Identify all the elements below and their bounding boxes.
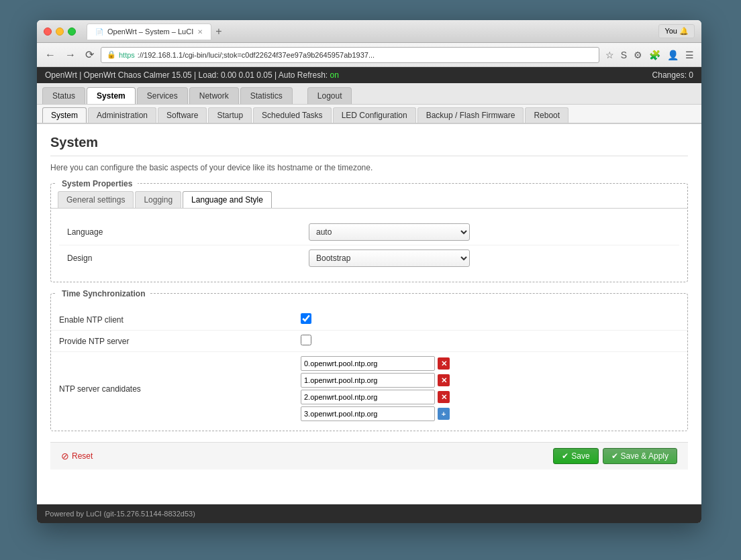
enable-ntp-row: Enable NTP client	[51, 309, 687, 331]
time-sync-legend: Time Synchronization	[56, 289, 150, 298]
language-label: Language	[67, 227, 309, 237]
panel-tab-logging[interactable]: Logging	[135, 191, 181, 208]
provide-ntp-label: Provide NTP server	[59, 337, 301, 346]
nav-tab-services[interactable]: Services	[137, 87, 188, 104]
ntp-row-2: ✕	[301, 390, 679, 404]
design-label: Design	[67, 254, 309, 263]
provide-ntp-row: Provide NTP server	[51, 331, 687, 352]
provide-ntp-control	[301, 335, 679, 347]
ntp-remove-0-button[interactable]: ✕	[438, 357, 450, 370]
reset-icon: ⊘	[61, 451, 69, 461]
nav-tab-statistics[interactable]: Statistics	[240, 87, 293, 104]
nav-tab-system[interactable]: System	[87, 87, 136, 104]
system-properties-body: Language auto English German French Span…	[51, 209, 687, 282]
ntp-candidates-control: ✕ ✕ ✕	[301, 356, 679, 421]
close-window-button[interactable]	[44, 27, 52, 36]
page-content: OpenWrt | OpenWrt Chaos Calmer 15.05 | L…	[37, 67, 701, 523]
https-label: https	[119, 51, 135, 59]
page-inner: System Here you can configure the basic …	[37, 124, 701, 480]
back-button[interactable]: ←	[42, 48, 58, 62]
toolbar-icons: ☆ S ⚙ 🧩 👤 ☰	[603, 48, 696, 62]
design-select[interactable]: Bootstrap OpenWrt Material	[309, 249, 470, 267]
address-bar[interactable]: 🔒 https ://192.168.1.1/cgi-bin/luci/;sto…	[101, 47, 599, 63]
design-row: Design Bootstrap OpenWrt Material	[59, 245, 679, 271]
maximize-window-button[interactable]	[68, 27, 76, 36]
menu-button[interactable]: ☰	[683, 48, 696, 62]
tab-close-button[interactable]: ✕	[197, 28, 203, 36]
language-select[interactable]: auto English German French Spanish	[309, 223, 470, 241]
browser-toolbar: ← → ⟳ 🔒 https ://192.168.1.1/cgi-bin/luc…	[37, 43, 701, 67]
sub-nav-system[interactable]: System	[42, 107, 87, 123]
tab-bar: 📄 OpenWrt – System – LuCI ✕ +	[87, 23, 654, 40]
sub-nav-reboot[interactable]: Reboot	[525, 107, 569, 123]
nav-tab-network[interactable]: Network	[189, 87, 239, 104]
main-nav: Status System Services Network Statistic…	[37, 83, 701, 105]
ntp-candidates-label: NTP server candidates	[59, 384, 301, 394]
enable-ntp-control	[301, 313, 679, 326]
new-tab-button[interactable]: +	[211, 25, 226, 38]
panel-tab-language-style[interactable]: Language and Style	[183, 191, 272, 208]
extension-button[interactable]: 🧩	[647, 48, 662, 62]
openwrt-header: OpenWrt | OpenWrt Chaos Calmer 15.05 | L…	[37, 67, 701, 83]
nav-tab-logout[interactable]: Logout	[307, 87, 352, 104]
language-control: auto English German French Spanish	[309, 223, 671, 241]
save-apply-button[interactable]: ✔ Save & Apply	[603, 448, 677, 464]
time-sync-panel: Time Synchronization Enable NTP client P…	[50, 293, 688, 431]
sub-nav-software[interactable]: Software	[158, 107, 207, 123]
refresh-button[interactable]: ⟳	[83, 47, 97, 62]
ntp-input-1[interactable]	[301, 373, 435, 388]
sub-nav-backup-flash[interactable]: Backup / Flash Firmware	[417, 107, 524, 123]
ntp-candidates-row: NTP server candidates ✕ ✕	[51, 352, 687, 425]
ntp-input-3[interactable]	[301, 406, 435, 421]
sub-nav-startup[interactable]: Startup	[208, 107, 252, 123]
sub-nav-administration[interactable]: Administration	[88, 107, 156, 123]
bookmark-button[interactable]: ☆	[603, 48, 616, 62]
forward-button[interactable]: →	[62, 48, 79, 62]
browser-titlebar: 📄 OpenWrt – System – LuCI ✕ + You 🔔	[37, 20, 701, 43]
reset-button[interactable]: ⊘ Reset	[61, 451, 93, 461]
page-title: System	[50, 135, 688, 156]
ntp-row-0: ✕	[301, 356, 679, 371]
settings-icon-button[interactable]: ⚙	[632, 48, 644, 62]
ntp-candidates-list: ✕ ✕ ✕	[301, 356, 679, 421]
user-menu-button[interactable]: You 🔔	[658, 24, 695, 38]
browser-tab-title: OpenWrt – System – LuCI	[107, 27, 193, 36]
auto-refresh-status: on	[330, 70, 339, 80]
changes-count: Changes: 0	[652, 70, 693, 80]
nav-tab-status[interactable]: Status	[42, 87, 85, 104]
ssl-lock-icon: 🔒	[107, 50, 116, 59]
provide-ntp-checkbox[interactable]	[301, 335, 311, 345]
save-button[interactable]: ✔ Save	[553, 448, 598, 464]
form-footer: ⊘ Reset ✔ Save ✔ Save & Apply	[50, 442, 688, 469]
content-area: System Administration Software Startup S…	[37, 105, 701, 504]
browser-tab[interactable]: 📄 OpenWrt – System – LuCI ✕	[87, 23, 211, 40]
account-button[interactable]: 👤	[665, 48, 681, 62]
enable-ntp-label: Enable NTP client	[59, 315, 301, 325]
s-button[interactable]: S	[619, 48, 629, 62]
language-row: Language auto English German French Span…	[59, 219, 679, 245]
sub-nav-scheduled-tasks[interactable]: Scheduled Tasks	[253, 107, 332, 123]
panel-tabs: General settings Logging Language and St…	[51, 191, 687, 209]
url-display: ://192.168.1.1/cgi-bin/luci/;stok=c0df22…	[138, 51, 375, 59]
sub-nav-led-config[interactable]: LED Configuration	[333, 107, 416, 123]
system-properties-panel: System Properties General settings Loggi…	[50, 183, 688, 282]
tab-page-icon: 📄	[95, 28, 103, 36]
ntp-input-2[interactable]	[301, 390, 435, 404]
sub-nav: System Administration Software Startup S…	[37, 105, 701, 124]
ntp-row-1: ✕	[301, 373, 679, 388]
time-sync-body: Enable NTP client Provide NTP server	[51, 304, 687, 431]
powered-by-text: Powered by LuCI (git-15.276.51144-8832d5…	[45, 510, 195, 518]
ntp-remove-2-button[interactable]: ✕	[438, 391, 450, 403]
ntp-row-3: +	[301, 406, 679, 421]
save-apply-icon: ✔	[611, 451, 618, 461]
system-properties-legend: System Properties	[56, 179, 138, 188]
page-footer: Powered by LuCI (git-15.276.51144-8832d5…	[37, 504, 701, 523]
minimize-window-button[interactable]	[56, 27, 64, 36]
ntp-remove-1-button[interactable]: ✕	[438, 374, 450, 386]
design-control: Bootstrap OpenWrt Material	[309, 249, 671, 267]
ntp-input-0[interactable]	[301, 356, 435, 371]
enable-ntp-checkbox[interactable]	[301, 313, 311, 324]
panel-tab-general[interactable]: General settings	[58, 191, 134, 208]
openwrt-status-text: OpenWrt | OpenWrt Chaos Calmer 15.05 | L…	[45, 70, 339, 80]
ntp-add-button[interactable]: +	[438, 408, 450, 420]
